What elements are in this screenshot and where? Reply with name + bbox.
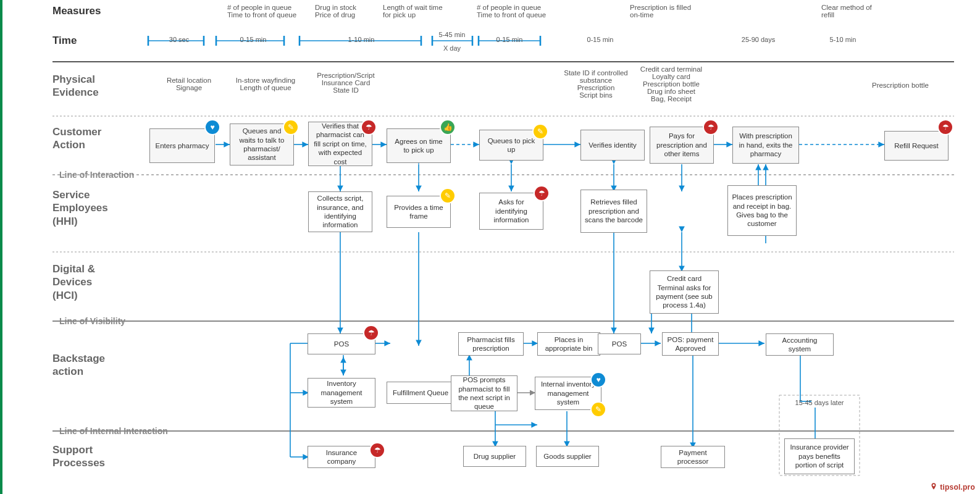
label-measures: Measures — [52, 5, 101, 17]
bs-fulfill: Fulfillment Queue — [387, 382, 454, 404]
storm-icon-6: ☂ — [371, 443, 384, 457]
time-2: 1-10 min — [340, 36, 383, 43]
label-time: Time — [52, 35, 77, 47]
label-loii: Line of Internal Interaction — [59, 426, 168, 436]
label-customer: Customer Action — [52, 125, 101, 152]
phys-5: Prescription bottle — [863, 82, 937, 89]
measure-6: Clear method of refill — [821, 4, 895, 19]
ca-agrees: Agrees on time to pick up — [387, 128, 451, 163]
storm-icon-5: ☂ — [364, 326, 378, 340]
label-loi: Line of Interaction — [59, 170, 134, 180]
bs-prompts: POS prompts pharmacist to fill the next … — [451, 375, 517, 411]
delay-label: 15-45 days later — [785, 399, 853, 406]
storm-icon: ☂ — [362, 120, 375, 134]
delay-box: Insurance provider pays benefits portion… — [784, 438, 855, 474]
bs-payappr: POS: payment Approved — [662, 332, 719, 356]
measure-2: Drug in stock Price of drug — [315, 4, 377, 19]
time-4: X day — [440, 44, 464, 52]
storm-icon-3: ☂ — [939, 120, 952, 134]
note-icon-3: ✎ — [441, 189, 454, 203]
phys-0: Retail location Signage — [158, 77, 220, 91]
label-physical: Physical Evidence — [52, 73, 99, 99]
watermark: tipsol.pro — [929, 482, 975, 492]
label-backstage: Backstage action — [52, 352, 105, 379]
se-timeframe: Provides a time frame — [387, 196, 451, 228]
label-lov: Line of Visibility — [59, 316, 125, 326]
ca-enters: Enters pharmacy — [149, 128, 215, 163]
diagram-lines — [0, 0, 980, 494]
thumbs-icon: 👍 — [441, 120, 454, 134]
bs-acct: Accounting system — [766, 333, 834, 356]
note-icon-2: ✎ — [534, 125, 547, 138]
time-7: 25-90 days — [734, 36, 783, 43]
heart-icon-2: ♥ — [592, 373, 605, 387]
sp-goods: Goods supplier — [536, 446, 599, 467]
bs-inv: Inventory management system — [308, 378, 375, 408]
label-digital: Digital & Devices (HCI) — [52, 262, 95, 302]
note-icon: ✎ — [284, 120, 298, 134]
bs-pharm-fills: Pharmacist fills prescription — [458, 332, 524, 356]
note-icon-4: ✎ — [592, 403, 605, 416]
phys-4: Credit card terminal Loyalty card Prescr… — [631, 65, 711, 103]
time-1: 0-15 min — [235, 36, 272, 43]
label-service: Service Employees (HHI) — [52, 188, 108, 228]
se-collects: Collects script, insurance, and identify… — [308, 191, 372, 232]
phys-1: In-store wayfinding Length of queue — [228, 77, 303, 91]
time-6: 0-15 min — [582, 36, 619, 43]
bs-insco: Insurance company — [308, 446, 375, 468]
label-support: Support Processes — [52, 443, 105, 470]
ca-refill: Refill Request — [884, 131, 949, 161]
se-asks-id: Asks for identifying information — [479, 193, 543, 230]
time-8: 5-10 min — [821, 36, 865, 43]
measure-4: # of people in queue Time to front of qu… — [477, 4, 557, 19]
phys-2: Prescription/Script Insurance Card State… — [309, 72, 383, 94]
time-0: 30 sec — [164, 36, 195, 43]
storm-icon-2: ☂ — [704, 120, 718, 134]
time-3: 5-45 min — [433, 31, 471, 38]
measure-3: Length of wait time for pick up — [383, 4, 457, 19]
ca-exits: With prescription in hand, exits the pha… — [732, 127, 799, 164]
sp-payment: Payment processor — [661, 446, 725, 468]
time-5: 0-15 min — [491, 36, 528, 43]
measure-1: # of people in queue Time to front of qu… — [227, 4, 301, 19]
ca-verifies-id: Verifies identity — [580, 130, 645, 161]
measure-5: Prescription is filled on-time — [630, 4, 710, 19]
bs-pos2: POS — [598, 333, 641, 354]
bs-bin: Places in appropriate bin — [537, 332, 600, 356]
heart-icon: ♥ — [206, 120, 219, 134]
phys-3: State ID if controlled substance Prescri… — [556, 69, 636, 99]
ca-pays: Pays for prescription and other items — [650, 127, 714, 164]
dd-terminal: Credit card Terminal asks for payment (s… — [650, 270, 719, 314]
se-retrieves: Retrieves filled prescription and scans … — [580, 190, 647, 233]
storm-icon-4: ☂ — [535, 186, 548, 200]
sp-drug: Drug supplier — [463, 446, 526, 467]
se-bag: Places prescription and receipt in bag. … — [727, 185, 797, 236]
